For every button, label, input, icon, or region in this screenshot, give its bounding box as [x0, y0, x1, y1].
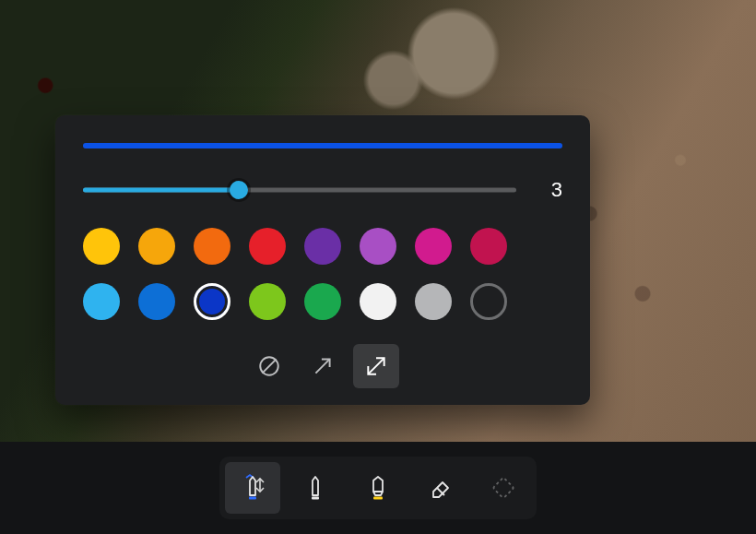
tool-highlighter[interactable]: [350, 462, 406, 514]
color-sky[interactable]: [83, 283, 120, 320]
stroke-preview: [83, 143, 562, 148]
color-no-color[interactable]: [470, 283, 507, 320]
color-lime[interactable]: [249, 283, 286, 320]
color-yellow[interactable]: [83, 228, 120, 265]
svg-line-3: [368, 358, 384, 374]
annotation-style-panel: 3: [55, 115, 590, 405]
tool-eraser[interactable]: [413, 462, 468, 514]
color-swatches: [83, 228, 562, 320]
tool-shape[interactable]: [476, 462, 531, 514]
color-green[interactable]: [304, 283, 341, 320]
color-orange[interactable]: [194, 228, 230, 265]
color-crimson[interactable]: [470, 228, 507, 265]
tip-arrow-double[interactable]: [353, 344, 399, 388]
bottom-toolbar: [0, 442, 756, 534]
color-gray[interactable]: [415, 283, 452, 320]
svg-rect-9: [493, 478, 514, 499]
arrow-tip-row: [83, 344, 562, 388]
slider-thumb[interactable]: [230, 181, 248, 199]
thickness-row: 3: [83, 178, 562, 202]
color-purple[interactable]: [304, 228, 341, 265]
tip-arrow-single[interactable]: [300, 344, 346, 388]
color-red[interactable]: [249, 228, 286, 265]
color-blue[interactable]: [194, 283, 230, 320]
color-violet[interactable]: [360, 228, 396, 265]
color-azure[interactable]: [138, 283, 175, 320]
svg-line-2: [315, 359, 329, 373]
svg-rect-4: [249, 497, 256, 500]
thickness-slider[interactable]: [83, 181, 516, 199]
tool-group: [219, 457, 537, 519]
color-magenta[interactable]: [415, 228, 452, 265]
thickness-value: 3: [544, 178, 562, 202]
color-amber[interactable]: [138, 228, 175, 265]
svg-line-1: [262, 359, 276, 373]
color-white[interactable]: [360, 283, 396, 320]
tip-none[interactable]: [246, 344, 292, 388]
svg-rect-6: [312, 497, 319, 500]
svg-rect-7: [373, 497, 383, 500]
tool-pen[interactable]: [225, 462, 280, 514]
slider-fill: [83, 188, 239, 193]
tool-pen-secondary[interactable]: [288, 462, 343, 514]
